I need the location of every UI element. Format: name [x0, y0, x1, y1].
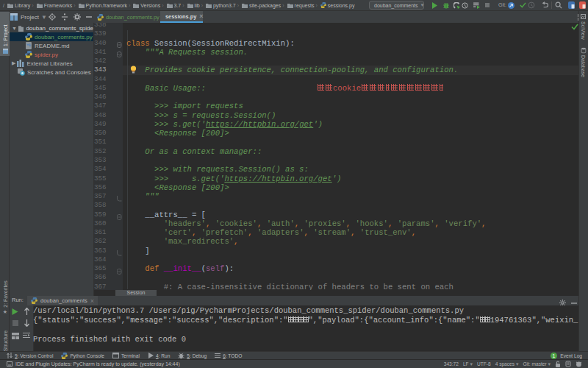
svg-text:1: 1 [553, 353, 556, 358]
